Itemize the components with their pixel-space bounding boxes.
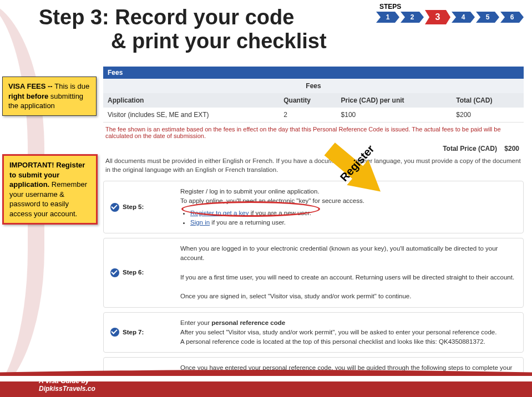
- list-item: Register to get a key if you are a new u…: [190, 208, 516, 218]
- list-item: Sign in if you are a returning user.: [190, 218, 516, 227]
- title-line-2: & print your checklist: [111, 29, 388, 53]
- check-icon: [110, 203, 119, 212]
- total-price-line: Total Price (CAD) $200: [103, 142, 524, 155]
- step-progress: STEPS 1 2 3 4 5 6: [376, 3, 524, 24]
- step-body: Enter your personal reference code After…: [180, 318, 516, 347]
- fees-subtitle: Fees: [103, 79, 524, 93]
- step-label: Step 7:: [110, 328, 170, 337]
- step-label: Step 6:: [110, 268, 170, 277]
- fees-table: Application Quantity Price (CAD) per uni…: [103, 93, 524, 123]
- register-arrow: Register: [322, 137, 399, 198]
- checklist-step-6: Step 6: When you are logged in to your e…: [103, 238, 524, 308]
- check-icon: [110, 328, 119, 337]
- col-price: Price (CAD) per unit: [337, 93, 452, 108]
- callout-register: IMPORTANT! Register to submit your appli…: [2, 154, 98, 225]
- steps-heading: STEPS: [379, 3, 524, 11]
- checklist-step-5: Step 5: Register / log in to submit your…: [103, 181, 524, 233]
- fees-header-row: Application Quantity Price (CAD) per uni…: [103, 93, 524, 108]
- step-label: Step 5:: [110, 202, 170, 212]
- step-body: When you are logged in to your electroni…: [180, 244, 516, 302]
- register-key-link[interactable]: Register to get a key: [190, 210, 249, 216]
- check-icon: [110, 268, 119, 277]
- col-application: Application: [103, 93, 279, 108]
- document-language-note: All documents must be provided in either…: [103, 155, 524, 176]
- step-3[interactable]: 3: [425, 10, 450, 24]
- checklist-step-7: Step 7: Enter your personal reference co…: [103, 312, 524, 353]
- fee-disclaimer: The fee shown is an estimate based on th…: [103, 123, 524, 142]
- col-total: Total (CAD): [452, 93, 524, 108]
- page-title: Step 3: Record your code & print your ch…: [39, 6, 388, 53]
- fees-section-header: Fees: [103, 67, 524, 79]
- step-2[interactable]: 2: [401, 12, 424, 23]
- steps-row: 1 2 3 4 5 6: [376, 12, 524, 24]
- step-4[interactable]: 4: [452, 12, 475, 23]
- callout-visa-fees: VISA FEES -- This is due right before su…: [2, 77, 97, 116]
- col-quantity: Quantity: [279, 93, 336, 108]
- sign-in-link[interactable]: Sign in: [190, 219, 210, 226]
- footer-credit: A Visa Guide by DipkissTravels.co: [39, 377, 95, 393]
- step-6[interactable]: 6: [500, 12, 524, 23]
- checklist-panel: Fees Fees Application Quantity Price (CA…: [103, 67, 524, 397]
- fees-row: Visitor (includes SE, ME and EXT) 2 $100…: [103, 108, 524, 123]
- callout-lead: VISA FEES --: [8, 82, 54, 90]
- title-line-1: Step 3: Record your code: [39, 6, 388, 29]
- step-5[interactable]: 5: [476, 12, 499, 23]
